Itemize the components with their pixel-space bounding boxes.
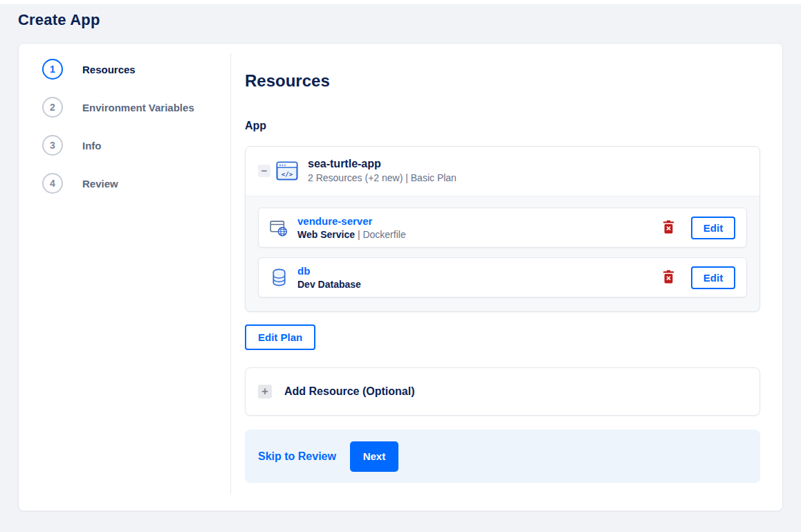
create-app-wizard-card: 1 Resources 2 Environment Variables 3 In… [18,43,783,511]
skip-to-review-link[interactable]: Skip to Review [258,450,338,463]
resource-detail: | Dockerfile [355,229,406,240]
app-name: sea-turtle-app [308,158,457,170]
edit-resource-button[interactable]: Edit [691,217,735,239]
edit-plan-button[interactable]: Edit Plan [245,324,315,350]
edit-resource-button[interactable]: Edit [691,266,735,289]
step-label: Resources [82,64,136,75]
step-label: Environment Variables [82,102,194,113]
add-resource-button[interactable]: + Add Resource (Optional) [245,367,760,416]
page-header: Create App [0,4,801,43]
wizard-stepper: 1 Resources 2 Environment Variables 3 In… [19,44,231,511]
step-review[interactable]: 4 Review [42,173,231,194]
trash-icon [663,270,674,286]
app-card-header: − </> sea-turtle-app 2 Resources [246,147,759,196]
resource-meta: Dev Database [297,279,661,290]
collapse-app-button[interactable]: − [258,165,270,177]
web-service-globe-icon [270,219,288,237]
app-card: − </> sea-turtle-app 2 Resources [245,146,760,312]
page-title: Create App [18,11,783,29]
step-content: Resources App − </> [231,44,782,511]
step-number-badge: 1 [42,59,63,80]
delete-resource-button[interactable] [661,219,676,237]
app-section-label: App [245,120,760,132]
minus-icon: − [261,165,268,176]
next-button[interactable]: Next [350,441,398,472]
step-info[interactable]: 3 Info [42,135,231,156]
resource-type: Dev Database [297,279,361,290]
resource-text: vendure-server Web Service | Dockerfile [297,215,661,240]
delete-resource-button[interactable] [661,268,676,287]
content-heading: Resources [245,71,760,91]
trash-icon [663,220,674,236]
resource-text: db Dev Database [297,265,661,290]
step-environment-variables[interactable]: 2 Environment Variables [42,97,231,118]
svg-text:</>: </> [282,170,293,177]
step-number-badge: 3 [42,135,63,156]
step-number-badge: 2 [42,97,63,118]
plus-icon: + [258,385,272,398]
database-cylinder-icon [270,268,288,287]
app-subtitle: 2 Resources (+2 new) | Basic Plan [308,172,457,183]
add-resource-label: Add Resource (Optional) [284,385,414,398]
step-resources[interactable]: 1 Resources [42,59,231,80]
app-title-block: sea-turtle-app 2 Resources (+2 new) | Ba… [308,158,457,183]
wizard-footer: Skip to Review Next [245,430,760,483]
resource-name-link[interactable]: db [297,265,310,277]
resource-meta: Web Service | Dockerfile [297,229,661,240]
app-window-code-icon: </> [276,161,298,181]
resource-name-link[interactable]: vendure-server [297,215,372,227]
resource-row: db Dev Database [258,257,747,297]
step-label: Info [82,140,102,152]
resource-type: Web Service [297,229,355,240]
resource-row: vendure-server Web Service | Dockerfile [258,208,747,248]
step-number-badge: 4 [42,173,63,194]
step-label: Review [82,178,118,190]
app-card-body: vendure-server Web Service | Dockerfile [246,196,759,311]
